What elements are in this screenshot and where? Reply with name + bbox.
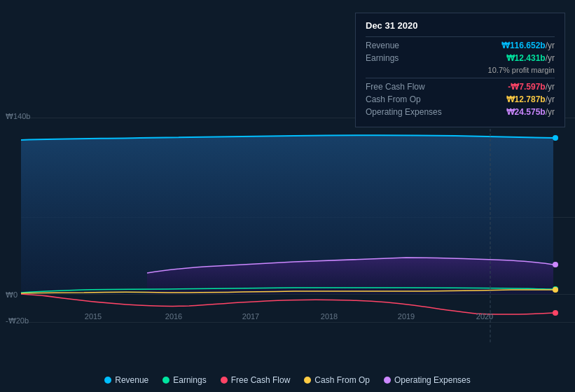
tooltip-row-opex: Operating Expenses ₩24.575b/yr (366, 107, 555, 117)
legend-item-opex[interactable]: Operating Expenses (384, 375, 471, 385)
tooltip-row-revenue: Revenue ₩116.652b/yr (366, 41, 555, 50)
tooltip-divider-1 (366, 36, 555, 37)
svg-point-1 (553, 135, 558, 141)
tooltip-cashfromop-label: Cash From Op (366, 94, 421, 104)
legend-dot-revenue (104, 377, 111, 384)
legend-label-fcf: Free Cash Flow (231, 375, 291, 385)
tooltip-row-cashfromop: Cash From Op ₩12.787b/yr (366, 94, 555, 104)
legend-dot-cashfromop (304, 377, 311, 384)
legend-label-earnings: Earnings (173, 375, 206, 385)
legend-dot-opex (384, 377, 391, 384)
tooltip-row-earnings: Earnings ₩12.431b/yr (366, 53, 555, 63)
legend-label-cashfromop: Cash From Op (314, 375, 370, 385)
legend-label-opex: Operating Expenses (394, 375, 471, 385)
tooltip-earnings-value: ₩12.431b/yr (506, 53, 555, 63)
tooltip-revenue-label: Revenue (366, 41, 399, 50)
tooltip-earnings-label: Earnings (366, 53, 399, 63)
legend-dot-earnings (162, 377, 169, 384)
x-label-2017: 2017 (242, 312, 259, 321)
legend-dot-fcf (221, 377, 228, 384)
svg-point-5 (553, 287, 558, 293)
tooltip-profit-margin: 10.7% profit margin (488, 66, 555, 74)
svg-point-4 (553, 310, 558, 316)
chart-legend: Revenue Earnings Free Cash Flow Cash Fro… (0, 375, 575, 385)
x-label-2016: 2016 (165, 312, 182, 321)
legend-label-revenue: Revenue (115, 375, 148, 385)
legend-item-cashfromop[interactable]: Cash From Op (304, 375, 370, 385)
svg-point-2 (553, 262, 558, 267)
x-label-2015: 2015 (85, 312, 102, 321)
tooltip-row-fcf: Free Cash Flow -₩7.597b/yr (366, 82, 555, 92)
tooltip-divider-2 (366, 78, 555, 78)
legend-item-earnings[interactable]: Earnings (162, 375, 206, 385)
x-label-2019: 2019 (398, 312, 415, 321)
tooltip-fcf-value: -₩7.597b/yr (508, 82, 555, 92)
x-label-2018: 2018 (321, 312, 338, 321)
data-tooltip: Dec 31 2020 Revenue ₩116.652b/yr Earning… (355, 13, 565, 127)
tooltip-revenue-value: ₩116.652b/yr (501, 41, 555, 50)
legend-item-revenue[interactable]: Revenue (104, 375, 148, 385)
tooltip-fcf-label: Free Cash Flow (366, 82, 425, 92)
legend-item-fcf[interactable]: Free Cash Flow (221, 375, 291, 385)
tooltip-opex-label: Operating Expenses (366, 107, 442, 117)
tooltip-cashfromop-value: ₩12.787b/yr (506, 94, 555, 104)
tooltip-date: Dec 31 2020 (366, 20, 555, 31)
x-label-2020: 2020 (476, 312, 493, 321)
tooltip-opex-value: ₩24.575b/yr (506, 107, 555, 117)
